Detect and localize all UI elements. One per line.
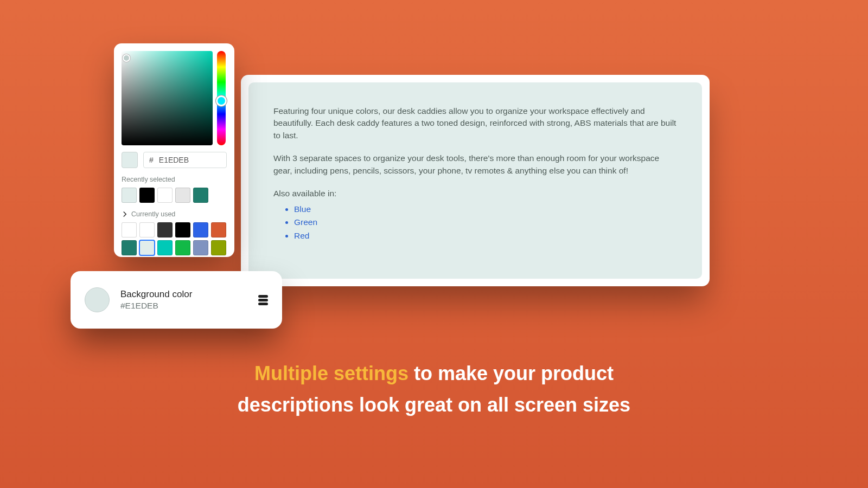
headline-line2: descriptions look great on all screen si… [0, 389, 868, 421]
color-swatch[interactable] [139, 222, 155, 237]
marketing-headline: Multiple settings to make your product d… [0, 358, 868, 420]
setting-title: Background color [120, 289, 247, 300]
color-preview-circle [85, 287, 110, 312]
color-swatch[interactable] [193, 240, 208, 255]
hex-value: E1EDEB [159, 156, 189, 164]
color-link[interactable]: Blue [294, 203, 677, 215]
database-icon[interactable] [258, 295, 268, 305]
color-swatch[interactable] [175, 222, 190, 237]
product-description-preview: Featuring four unique colors, our desk c… [241, 75, 710, 286]
color-swatch[interactable] [175, 188, 190, 203]
hex-input[interactable]: # E1EDEB [143, 152, 227, 168]
product-description-body: Featuring four unique colors, our desk c… [248, 82, 702, 279]
color-swatch[interactable] [211, 240, 226, 255]
color-link[interactable]: Red [294, 230, 677, 242]
paragraph: Featuring four unique colors, our desk c… [273, 105, 677, 142]
color-link-list: BlueGreenRed [294, 203, 677, 242]
color-picker-panel: # E1EDEB Recently selected Currently use… [114, 43, 234, 257]
color-link[interactable]: Green [294, 216, 677, 228]
hue-thumb-icon[interactable] [216, 95, 227, 106]
currently-used-text: Currently used [131, 210, 175, 218]
color-swatch[interactable] [193, 222, 208, 237]
hue-slider[interactable] [217, 51, 226, 145]
color-swatch[interactable] [211, 222, 226, 237]
color-swatch[interactable] [122, 240, 137, 255]
current-color-swatch [122, 152, 138, 168]
setting-value: #E1EDEB [120, 301, 247, 311]
also-available-label: Also available in: [273, 188, 677, 200]
color-swatch[interactable] [157, 188, 173, 203]
chevron-right-icon [122, 211, 128, 217]
recently-selected-swatches [122, 188, 227, 203]
sv-thumb-icon[interactable] [123, 54, 130, 62]
color-swatch[interactable] [157, 222, 173, 237]
color-swatch[interactable] [122, 222, 137, 237]
currently-used-label[interactable]: Currently used [122, 210, 227, 218]
hex-prefix: # [149, 156, 154, 164]
paragraph: With 3 separate spaces to organize your … [273, 152, 677, 177]
color-swatch[interactable] [139, 188, 155, 203]
color-swatch[interactable] [193, 188, 208, 203]
recently-selected-label: Recently selected [122, 176, 227, 183]
headline-accent: Multiple settings [254, 362, 409, 384]
headline-line1-rest: to make your product [409, 362, 614, 384]
color-swatch[interactable] [157, 240, 173, 255]
color-swatch[interactable] [175, 240, 190, 255]
color-swatch[interactable] [122, 188, 137, 203]
saturation-value-canvas[interactable] [122, 51, 213, 145]
currently-used-swatches [122, 222, 227, 257]
color-swatch[interactable] [139, 240, 155, 255]
background-color-setting[interactable]: Background color #E1EDEB [71, 271, 282, 329]
